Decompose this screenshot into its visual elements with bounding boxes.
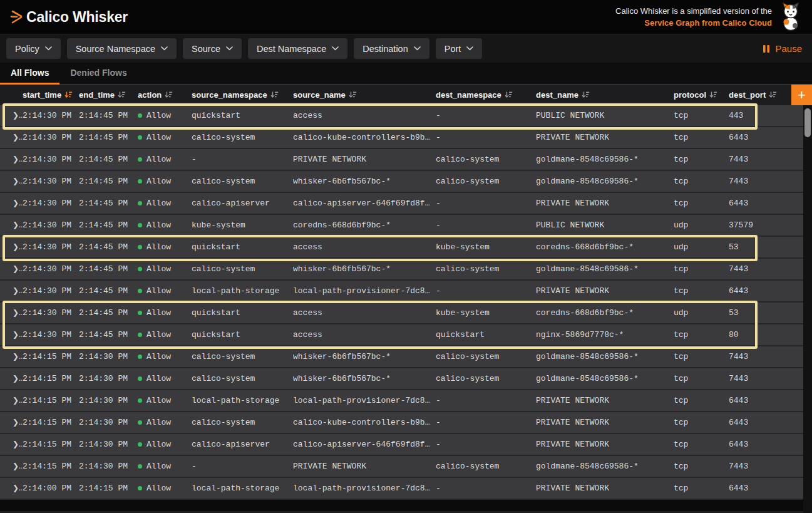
cell-source_name: local-path-provisioner-7dc8… [293, 396, 436, 405]
scrollbar-thumb[interactable] [804, 108, 811, 137]
expand-chevron-icon[interactable]: ❯ [13, 111, 23, 120]
cell-source_name: local-path-provisioner-7dc8… [293, 484, 436, 493]
column-header-action[interactable]: action [138, 90, 192, 100]
cell-dest_name: goldmane-8548c69586-* [536, 177, 674, 186]
cell-dest_port: 7443 [729, 352, 803, 361]
table-row[interactable]: ❯2:14:15 PM2:14:30 PMAllow-PRIVATE NETWO… [0, 456, 803, 478]
allow-status-dot [138, 333, 142, 337]
sort-icon[interactable] [709, 91, 717, 99]
app-logo: Calico Whisker [10, 9, 128, 26]
table-row[interactable]: ❯2:14:30 PM2:14:45 PMAllowcalico-apiserv… [0, 193, 803, 215]
table-row[interactable]: ❯2:14:15 PM2:14:30 PMAllowlocal-path-sto… [0, 390, 803, 412]
cell-dest_port: 6443 [729, 286, 803, 296]
column-header-dest_name[interactable]: dest_name [536, 90, 674, 100]
allow-status-dot [138, 398, 142, 403]
expand-chevron-icon[interactable]: ❯ [13, 220, 23, 230]
add-column-button[interactable]: + [791, 85, 812, 105]
expand-chevron-icon[interactable]: ❯ [13, 155, 23, 164]
cell-source_namespace: calico-apiserver [192, 199, 293, 208]
table-row[interactable]: ❯2:14:15 PM2:14:30 PMAllowcalico-systemc… [0, 412, 803, 434]
filter-button-source-namespace[interactable]: Source Namespace [67, 38, 177, 59]
sort-icon[interactable] [769, 91, 777, 99]
cell-source_namespace: quickstart [192, 308, 293, 318]
table-row[interactable]: ❯2:14:15 PM2:14:30 PMAllowcalico-apiserv… [0, 434, 803, 456]
table-row[interactable]: ❯2:14:30 PM2:14:45 PMAllowcalico-systemc… [0, 127, 803, 149]
table-row[interactable]: ❯2:14:30 PM2:14:45 PMAllowquickstartacce… [0, 105, 803, 127]
expand-chevron-icon[interactable]: ❯ [13, 374, 23, 383]
sort-icon[interactable] [165, 91, 173, 99]
sort-icon[interactable] [118, 91, 126, 99]
service-graph-link[interactable]: Service Graph from Calico Cloud [644, 18, 772, 28]
expander-cell: ❯ [0, 133, 23, 142]
cell-start_time: 2:14:30 PM [23, 286, 79, 296]
expand-chevron-icon[interactable]: ❯ [13, 484, 23, 493]
sort-icon[interactable] [270, 91, 279, 99]
column-header-source_name[interactable]: source_name [293, 90, 436, 100]
expand-chevron-icon[interactable]: ❯ [13, 440, 23, 449]
table-row[interactable]: ❯2:14:30 PM2:14:45 PMAllowlocal-path-sto… [0, 281, 803, 303]
column-header-label: dest_port [729, 90, 766, 100]
table-row[interactable]: ❯2:14:30 PM2:14:45 PMAllowcalico-systemw… [0, 171, 803, 193]
sort-icon[interactable] [349, 91, 357, 99]
expander-cell: ❯ [0, 264, 23, 274]
table-row[interactable]: ❯2:14:30 PM2:14:45 PMAllowquickstartacce… [0, 303, 803, 324]
cell-source_namespace: calico-system [192, 133, 293, 142]
tab-denied-flows[interactable]: Denied Flows [59, 63, 137, 85]
cell-protocol: udp [674, 308, 729, 318]
column-header-start_time[interactable]: start_time [23, 90, 79, 100]
table-row[interactable]: ❯2:14:15 PM2:14:30 PMAllowcalico-systemw… [0, 368, 803, 390]
cell-end_time: 2:14:45 PM [79, 220, 138, 230]
column-header-source_namespace[interactable]: source_namespace [192, 90, 293, 100]
filter-button-source[interactable]: Source [183, 38, 242, 59]
expand-chevron-icon[interactable]: ❯ [13, 242, 23, 252]
expand-chevron-icon[interactable]: ❯ [13, 264, 23, 274]
sort-icon[interactable] [64, 91, 73, 99]
cell-dest_port: 443 [729, 111, 803, 120]
filter-button-policy[interactable]: Policy [6, 38, 61, 59]
cell-action: Allow [138, 133, 192, 142]
cell-end_time: 2:14:45 PM [79, 177, 138, 186]
cell-dest_namespace: - [436, 396, 536, 405]
cell-dest_name: PRIVATE NETWORK [536, 199, 674, 208]
cell-dest_port: 37579 [729, 220, 803, 230]
table-row[interactable]: ❯2:14:30 PM2:14:45 PMAllowcalico-systemw… [0, 259, 803, 281]
expand-chevron-icon[interactable]: ❯ [13, 418, 23, 427]
cell-dest_port: 53 [729, 242, 803, 252]
expand-chevron-icon[interactable]: ❯ [13, 352, 23, 361]
expand-chevron-icon[interactable]: ❯ [13, 462, 23, 471]
expand-chevron-icon[interactable]: ❯ [13, 286, 23, 296]
table-row[interactable]: ❯2:14:30 PM2:14:45 PMAllowkube-systemcor… [0, 215, 803, 237]
cell-end_time: 2:14:30 PM [79, 440, 138, 449]
expand-chevron-icon[interactable]: ❯ [13, 396, 23, 405]
expander-cell: ❯ [0, 484, 23, 493]
table-row[interactable]: ❯2:14:30 PM2:14:45 PMAllowquickstartacce… [0, 324, 803, 346]
sort-icon[interactable] [582, 91, 590, 99]
cell-dest_namespace: calico-system [436, 177, 536, 186]
cell-dest_name: PRIVATE NETWORK [536, 484, 674, 493]
filter-button-port[interactable]: Port [436, 38, 483, 59]
pause-button[interactable]: Pause [763, 43, 802, 54]
filter-button-dest-namespace[interactable]: Dest Namespace [248, 38, 347, 59]
scrollbar-track[interactable] [803, 105, 812, 513]
expand-chevron-icon[interactable]: ❯ [13, 199, 23, 208]
expand-chevron-icon[interactable]: ❯ [13, 308, 23, 318]
filter-button-destination[interactable]: Destination [354, 38, 429, 59]
table-row[interactable]: ❯2:14:15 PM2:14:30 PMAllowcalico-systemw… [0, 346, 803, 368]
tab-all-flows[interactable]: All Flows [0, 63, 59, 85]
cell-dest_name: PRIVATE NETWORK [536, 286, 674, 296]
table-row[interactable]: ❯2:14:00 PM2:14:15 PMAllowlocal-path-sto… [0, 478, 803, 500]
sort-icon[interactable] [505, 91, 513, 99]
cell-dest_namespace: - [436, 286, 536, 296]
table-row[interactable]: ❯2:14:30 PM2:14:45 PMAllow-PRIVATE NETWO… [0, 149, 803, 171]
expand-chevron-icon[interactable]: ❯ [13, 330, 23, 339]
action-label: Allow [146, 133, 171, 142]
table-row[interactable]: ❯2:14:30 PM2:14:45 PMAllowquickstartacce… [0, 237, 803, 259]
column-header-end_time[interactable]: end_time [79, 90, 138, 100]
cell-end_time: 2:14:45 PM [79, 308, 138, 318]
column-header-protocol[interactable]: protocol [674, 90, 729, 100]
cell-dest_port: 6443 [729, 484, 803, 493]
expand-chevron-icon[interactable]: ❯ [13, 133, 23, 142]
column-header-dest_namespace[interactable]: dest_namespace [436, 90, 536, 100]
expand-chevron-icon[interactable]: ❯ [13, 177, 23, 186]
action-label: Allow [146, 352, 171, 361]
